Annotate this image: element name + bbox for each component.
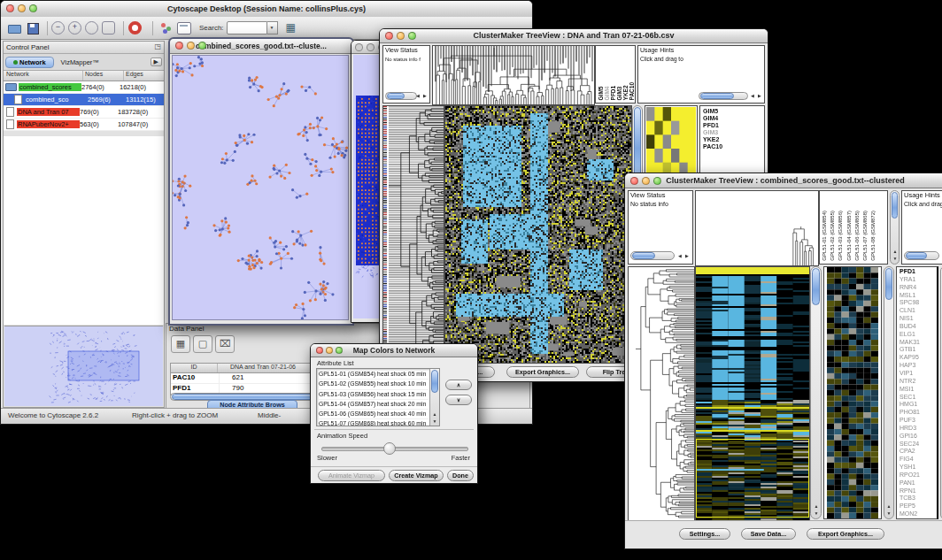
tv2-status-hscroll[interactable] xyxy=(630,251,675,260)
tv1-row-dendrogram[interactable] xyxy=(382,105,444,364)
main-titlebar[interactable]: Cytoscape Desktop (Session Name: collins… xyxy=(1,1,532,18)
tv2-settings-button[interactable]: Settings... xyxy=(679,528,730,540)
tv2-heatmap-vscroll[interactable]: ▲ ▼ xyxy=(810,266,822,519)
scroll-up-icon[interactable]: ▲ xyxy=(885,503,892,510)
tab-network[interactable]: Network xyxy=(5,57,54,68)
col-header-network[interactable]: Network xyxy=(4,71,83,81)
attribute-item[interactable]: GPL51-07 (GSM868) heat shock 60 min xyxy=(319,419,429,426)
zoom-window-button[interactable] xyxy=(408,32,416,40)
tv1-row-label[interactable]: PFD1 xyxy=(703,122,764,129)
gene-label[interactable]: MAK31 xyxy=(900,339,937,347)
tv2-hints-hscroll[interactable] xyxy=(904,251,939,260)
vizmapper-icon[interactable] xyxy=(160,20,174,35)
tv2-export-graphics-button[interactable]: Export Graphics... xyxy=(807,528,884,540)
close-button[interactable] xyxy=(355,43,363,51)
delete-icon[interactable]: ⌧ xyxy=(215,335,235,353)
close-button[interactable] xyxy=(630,177,638,185)
scroll-right-icon[interactable]: ▶ xyxy=(756,93,763,99)
tv2-column-label[interactable]: GPL51-04 (GSM857) xyxy=(846,191,854,261)
scroll-down-icon[interactable]: ▼ xyxy=(813,510,820,517)
tv2-column-dendrogram[interactable] xyxy=(695,190,819,266)
gene-label[interactable]: FIG4 xyxy=(900,456,937,464)
gene-label[interactable]: SEC24 xyxy=(900,441,937,449)
edit-table-icon[interactable]: ▦ xyxy=(283,20,298,35)
gene-label[interactable]: SPC98 xyxy=(900,299,937,307)
tv2-column-label[interactable]: GPL51-06 (GSM865) xyxy=(854,191,862,261)
tv1-column-dendrogram[interactable] xyxy=(432,45,595,105)
scroll-right-icon[interactable]: ▶ xyxy=(421,93,429,99)
tv1-column-label[interactable]: YKE2 xyxy=(622,46,629,100)
scroll-right-icon[interactable]: ▶ xyxy=(683,253,691,259)
zoom-in-icon[interactable]: + xyxy=(68,21,81,35)
move-down-button[interactable]: ∨ xyxy=(445,395,472,405)
zoom-window-button[interactable] xyxy=(198,42,206,50)
close-button[interactable] xyxy=(175,42,183,50)
gene-label[interactable]: PHO81 xyxy=(900,409,937,417)
slider-knob[interactable] xyxy=(383,442,396,455)
zoom-window-button[interactable] xyxy=(653,177,661,185)
gene-label[interactable]: RPN1 xyxy=(900,487,937,495)
map-dialog-titlebar[interactable]: Map Colors to Network xyxy=(311,344,477,357)
scroll-left-icon[interactable]: ◀ xyxy=(749,93,756,99)
gene-label[interactable]: VIP1 xyxy=(900,370,937,378)
help-ring-icon[interactable] xyxy=(128,21,142,35)
dp-header-id[interactable]: ID xyxy=(171,364,218,372)
attribute-item[interactable]: GPL51-06 (GSM865) heat shock 40 min xyxy=(319,410,429,419)
save-session-icon[interactable] xyxy=(25,20,40,35)
gene-label[interactable]: KAP95 xyxy=(900,354,937,362)
minimize-button[interactable] xyxy=(367,43,374,51)
zoom-window-button[interactable] xyxy=(336,347,343,354)
search-input[interactable] xyxy=(227,21,267,35)
tv1-column-label[interactable]: GIM3 xyxy=(616,46,622,100)
gene-label[interactable]: CLN1 xyxy=(900,307,937,315)
tv1-column-label[interactable]: GIM5 xyxy=(598,46,604,100)
scroll-left-icon[interactable]: ◀ xyxy=(414,93,421,99)
open-session-icon[interactable] xyxy=(6,20,21,35)
minimize-button[interactable] xyxy=(18,4,26,12)
tv2-row-dendrogram[interactable] xyxy=(628,266,695,521)
tv1-hints-hscroll[interactable] xyxy=(699,92,748,100)
tv1-row-label[interactable]: GIM4 xyxy=(703,115,764,122)
tv1-status-hscroll[interactable] xyxy=(385,92,417,100)
table-icon[interactable]: ▦ xyxy=(171,335,190,353)
tv1-export-graphics-button[interactable]: Export Graphics... xyxy=(506,366,579,378)
treeview-dna-titlebar[interactable]: ClusterMaker TreeView : DNA and Tran 07-… xyxy=(380,29,768,43)
treeview-combined-titlebar[interactable]: ClusterMaker TreeView : combined_scores_… xyxy=(625,173,942,188)
gene-label[interactable]: PFD1 xyxy=(900,268,937,276)
tv2-zoom-heatmap[interactable] xyxy=(824,267,881,518)
gene-label[interactable]: MSI1 xyxy=(900,386,937,394)
gene-label[interactable]: HRD3 xyxy=(900,425,937,433)
minimize-button[interactable] xyxy=(642,177,650,185)
search-dropdown-icon[interactable]: ▼ xyxy=(267,21,278,35)
gene-label[interactable]: TCB3 xyxy=(900,495,937,502)
zoom-selected-icon[interactable] xyxy=(102,21,115,35)
gene-label[interactable]: MON2 xyxy=(900,510,937,518)
scroll-up-icon[interactable]: ▲ xyxy=(813,503,820,510)
gene-label[interactable]: NTR2 xyxy=(900,378,937,386)
tv1-row-label[interactable]: PAC10 xyxy=(703,143,764,150)
dialog-done-button[interactable]: Done xyxy=(447,470,474,481)
close-button[interactable] xyxy=(6,4,14,12)
col-header-nodes[interactable]: Nodes xyxy=(83,71,124,81)
gene-label[interactable]: BUD4 xyxy=(900,323,937,331)
attribute-listbox[interactable]: GPL51-01 (GSM854) heat shock 05 minGPL51… xyxy=(316,368,440,426)
gene-label[interactable]: YRA1 xyxy=(900,276,937,284)
network-list-row[interactable]: combined_sco2569(6)13112(15) xyxy=(4,94,164,106)
tv2-column-label[interactable]: GPL51-08 (GSM872) xyxy=(870,191,878,261)
tv1-heatmap[interactable] xyxy=(444,105,632,364)
attribute-item[interactable]: GPL51-01 (GSM854) heat shock 05 min xyxy=(319,370,429,380)
gene-label[interactable]: ELG1 xyxy=(900,331,937,339)
gene-label[interactable]: RNR4 xyxy=(900,284,937,292)
tv2-column-label[interactable]: GPL51-02 (GSM855) xyxy=(830,191,838,261)
minimize-button[interactable] xyxy=(187,42,195,50)
gene-label[interactable]: SEC1 xyxy=(900,394,937,402)
zoom-fit-icon[interactable] xyxy=(85,21,98,35)
close-button[interactable] xyxy=(385,32,393,40)
gene-label[interactable]: RPO21 xyxy=(900,472,937,479)
attribute-list-vscroll[interactable]: ▲ ▼ xyxy=(429,369,439,426)
tab-vizmapper[interactable]: VizMapper™ xyxy=(54,58,106,67)
gene-label[interactable]: YSH1 xyxy=(900,464,937,472)
zoom-window-button[interactable] xyxy=(29,4,37,12)
gene-label[interactable]: HAP3 xyxy=(900,362,937,370)
tv2-heatmap[interactable] xyxy=(695,266,810,521)
